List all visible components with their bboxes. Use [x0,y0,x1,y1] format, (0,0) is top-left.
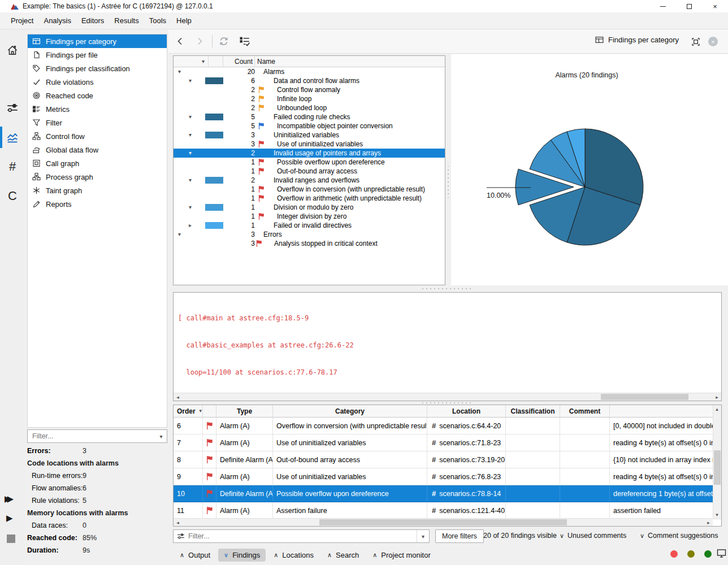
sidebar-item-global-data-flow[interactable]: Global data flow [28,143,167,157]
scroll-down-icon[interactable]: ▾ [713,511,721,519]
tab-project-monitor[interactable]: ∧Project monitor [367,549,436,562]
scroll-left-icon[interactable]: ◂ [174,519,182,526]
finding-context-output[interactable]: [ call#main at astree.cfg:18.5-9 call#ba… [173,292,722,401]
vertical-splitter[interactable] [447,166,450,198]
menu-help[interactable]: Help [171,14,197,27]
sliders-icon[interactable] [0,98,25,118]
findings-horizontal-scrollbar[interactable]: ◂ ▸ [174,518,713,526]
tree-row[interactable]: ▾3Errors [174,230,445,239]
menu-editors[interactable]: Editors [76,14,109,27]
views-filter-input[interactable] [28,432,155,440]
expander-open-icon[interactable]: ▾ [189,131,192,140]
tree-row[interactable]: ▾3Uninitialized variables [174,131,445,140]
sidebar-item-reached-code[interactable]: Reached code [28,89,167,102]
sidebar-item-control-flow[interactable]: Control flow [28,129,167,143]
menu-results[interactable]: Results [109,14,144,27]
scroll-up-icon[interactable]: ▴ [713,405,721,413]
stop-icon[interactable] [7,534,15,543]
scroll-left-icon[interactable]: ◂ [174,393,182,401]
remote-monitor-icon[interactable] [717,548,727,559]
chevron-down-icon[interactable]: ▾ [417,530,429,542]
tree-row-selected[interactable]: ▾2Invalid usage of pointers and arrays [174,149,445,158]
column-header-order[interactable]: Order▼ [174,405,203,417]
sidebar-item-call-graph[interactable]: Call graph [28,157,167,170]
tab-findings[interactable]: ∨Findings [218,549,266,562]
tree-name-header[interactable]: Name [255,56,445,67]
tree-row[interactable]: 1Integer division by zero [174,212,445,221]
detach-view-icon[interactable] [688,34,703,49]
tree-count-header[interactable]: Count [223,56,255,67]
expander-open-icon[interactable]: ▾ [189,176,192,185]
close-button[interactable]: × [702,0,728,12]
finding-row[interactable]: 6 Alarm (A) Overflow in conversion (with… [174,418,721,434]
sidebar-item-rule-violations[interactable]: Rule violations [28,75,167,89]
tab-search[interactable]: ∧Search [322,549,365,562]
menu-tools[interactable]: Tools [144,14,171,27]
tree-row[interactable]: 5Incompatible object pointer conversion [174,121,445,131]
finding-row-selected[interactable]: 10 Definite Alarm (A) Possible overflow … [174,485,721,502]
tree-row[interactable]: ▾6Data and control flow alarms [174,76,445,85]
menu-project[interactable]: Project [6,14,38,27]
column-header-classification[interactable]: Classification [506,405,560,417]
output-horizontal-scrollbar[interactable]: ◂ ▸ [174,393,721,401]
sidebar-item-metrics[interactable]: Metrics [28,102,167,116]
expander-open-icon[interactable]: ▾ [178,67,181,76]
tree-row[interactable]: ▾5Failed coding rule checks [174,112,445,121]
grid-icon[interactable]: # [0,157,25,176]
expander-open-icon[interactable]: ▾ [178,230,181,239]
column-header-location[interactable]: Location [427,405,506,417]
column-header-category[interactable]: Category [273,405,427,417]
sidebar-item-findings-per-file[interactable]: Findings per file [28,48,167,62]
column-header-type[interactable]: Type [216,405,273,417]
run-all-icon[interactable]: ▶▶ [5,494,21,504]
unused-comments-toggle[interactable]: ∨Unused comments [560,532,626,540]
finding-row[interactable]: 11 Alarm (A) Assertion failure #scenario… [174,502,721,519]
tree-row[interactable]: ▾1Division or modulo by zero [174,203,445,212]
scrollbar-thumb[interactable] [601,394,688,400]
home-icon[interactable] [0,41,25,60]
expander-open-icon[interactable]: ▾ [189,76,192,85]
tree-row[interactable]: 3Analysis stopped in critical context [174,239,445,248]
forward-icon[interactable] [192,34,207,49]
scroll-right-icon[interactable]: ▸ [704,519,713,526]
tab-locations[interactable]: ∧Locations [268,549,319,562]
minimize-button[interactable] [650,0,676,12]
sidebar-item-process-graph[interactable]: Process graph [28,170,167,184]
findings-vertical-scrollbar[interactable]: ▴ ▾ [713,405,721,519]
tree-row[interactable]: 2Control flow anomaly [174,85,445,94]
tree-row[interactable]: ▸1Failed or invalid directives [174,221,445,230]
findings-filter-input[interactable] [185,532,417,540]
tab-output[interactable]: ∧Output [174,549,216,562]
expander-open-icon[interactable]: ▾ [189,112,192,121]
column-header-comment[interactable]: Comment [560,405,610,417]
findings-chart-icon[interactable] [0,128,25,147]
comment-suggestions-toggle[interactable]: ∨Comment suggestions [640,532,718,540]
scrollbar-thumb[interactable] [714,450,721,484]
tree-row[interactable]: 2Infinite loop [174,94,445,103]
expander-open-icon[interactable]: ▾ [189,149,192,158]
sidebar-item-reports[interactable]: Reports [28,197,167,211]
expander-closed-icon[interactable]: ▸ [189,221,192,230]
sidebar-item-findings-per-category[interactable]: Findings per category [28,34,167,48]
tree-row[interactable]: 1Overflow in arithmetic (with unpredicta… [174,194,445,203]
finding-row[interactable]: 7 Alarm (A) Use of uninitialized variabl… [174,434,721,451]
column-header-flag[interactable] [203,405,216,417]
close-view-button[interactable]: × [708,37,718,46]
maximize-button[interactable] [676,0,702,12]
chevron-down-icon[interactable]: ▾ [155,433,167,440]
sidebar-item-filter[interactable]: Filter [28,116,167,129]
sidebar-item-taint-graph[interactable]: Taint graph [28,184,167,197]
finding-row[interactable]: 8 Definite Alarm (A) Out-of-bound array … [174,451,721,468]
expander-open-icon[interactable]: ▾ [189,203,192,212]
horizontal-splitter[interactable] [421,287,472,290]
tree-row[interactable]: 1Overflow in conversion (with unpredicta… [174,185,445,194]
tree-row[interactable]: 1Out-of-bound array access [174,167,445,176]
tree-row[interactable]: ▾20Alarms [174,67,445,76]
back-icon[interactable] [173,34,188,49]
run-icon[interactable]: ▶ [6,513,13,523]
refresh-icon[interactable] [216,34,231,49]
menu-analysis[interactable]: Analysis [38,14,76,27]
c-language-icon[interactable]: C [0,186,25,206]
finding-row[interactable]: 9 Alarm (A) Use of uninitialized variabl… [174,468,721,485]
sidebar-item-findings-per-classification[interactable]: Findings per classification [28,62,167,75]
